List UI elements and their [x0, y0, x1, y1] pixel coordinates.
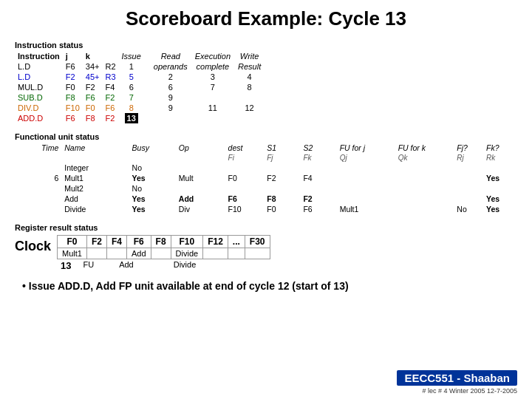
complete-header: complete — [191, 61, 234, 72]
fu-rk — [483, 183, 517, 194]
fu-fi: F0 — [225, 173, 265, 183]
instr-cell: DIV.D — [15, 103, 63, 113]
table-row: 9 — [150, 92, 265, 103]
j-cell: F8 — [63, 92, 83, 103]
write-cell: 8 — [234, 82, 265, 92]
fu-time — [15, 194, 61, 204]
reg-col-f8: F8 — [151, 236, 171, 248]
extra-cell: R3 — [102, 72, 118, 82]
fu-time — [15, 163, 61, 173]
read-cell: 6 — [150, 82, 191, 92]
fu-qk — [395, 194, 454, 204]
fu-qj — [337, 163, 395, 173]
fu-rk: Yes — [483, 173, 517, 183]
fj-sub2: Fj — [264, 153, 300, 163]
table-row: ADD.D F6 F8 F2 13 — [15, 113, 144, 123]
col-instruction: Instruction — [15, 51, 63, 61]
extra-cell: F6 — [102, 103, 118, 113]
instr-cell: SUB.D — [15, 92, 63, 103]
reg-val-f6: Add — [126, 248, 151, 259]
fu-fk — [300, 163, 336, 173]
fj-header: Fj? — [454, 143, 483, 153]
slide-title: Scoreboard Example: Cycle 13 — [15, 7, 517, 30]
fu-qj — [337, 194, 395, 204]
functional-unit-section: Functional unit status Time Name Busy Op… — [15, 129, 517, 214]
op-col-header: Op — [176, 143, 225, 153]
add-label: Add — [119, 260, 134, 271]
fu-op: Mult — [176, 173, 225, 183]
register-result-section: Register result status Clock F0 F2 F4 F6… — [15, 220, 517, 271]
clock-label: Clock — [15, 239, 51, 254]
footer: EECC551 - Shaaban # lec # 4 Winter 2005 … — [397, 370, 517, 395]
instr-cell: L.D — [15, 61, 63, 72]
k-cell: F6 — [83, 92, 103, 103]
j-cell: F2 — [63, 72, 83, 82]
fu-qk — [395, 163, 454, 173]
reg-val-f30 — [245, 248, 270, 259]
write-cell: 4 — [234, 72, 265, 82]
instruction-status-label: Instruction status — [15, 41, 144, 50]
write-header: Write — [234, 51, 265, 61]
j-cell: F6 — [63, 61, 83, 72]
read-cell: 2 — [150, 72, 191, 82]
fu-rj — [454, 194, 483, 204]
extra-cell: F2 — [102, 92, 118, 103]
table-row: 2 3 4 — [150, 72, 265, 82]
fu-busy: No — [129, 163, 176, 173]
fu-qk — [395, 204, 454, 214]
fu-busy: Yes — [129, 194, 176, 204]
exec-header: Execution — [191, 51, 234, 61]
divide-label: Divide — [174, 260, 197, 271]
extra-cell: F4 — [102, 82, 118, 92]
main-content: Instruction status Instruction j k Issue — [15, 38, 517, 292]
reg-val-dots — [228, 248, 245, 259]
fi-sub2: Fi — [225, 153, 265, 163]
reg-sub-row: 13 FU Add Divide — [61, 260, 517, 271]
slide: Scoreboard Example: Cycle 13 Instruction… — [0, 0, 532, 399]
busy-col-header: Busy — [129, 143, 176, 153]
k-cell: F2 — [83, 82, 103, 92]
k-cell: F8 — [83, 113, 103, 123]
table-row: 6 7 8 — [150, 82, 265, 92]
s2-col-header: S2 — [300, 143, 336, 153]
col-extra — [102, 51, 118, 61]
fu-label: Functional unit status — [15, 132, 517, 141]
read-header: Read — [150, 51, 191, 61]
fu-fj — [264, 183, 300, 194]
exec-cell — [191, 92, 234, 103]
reg-col-f10: F10 — [171, 236, 203, 248]
reg-col-f4: F4 — [106, 236, 126, 248]
exec-cell — [191, 115, 234, 116]
k-cell: F0 — [83, 103, 103, 113]
result-header: Result — [234, 61, 265, 72]
fu-for-j-header: FU for j — [337, 143, 395, 153]
j-cell: F0 — [63, 82, 83, 92]
fu-qj — [337, 183, 395, 194]
fu-rk: Yes — [483, 194, 517, 204]
fi-sub — [15, 153, 61, 163]
fu-row: Integer No — [15, 163, 517, 173]
reg-val-f8 — [151, 248, 171, 259]
reg-col-dots: ... — [228, 236, 245, 248]
fu-name: Mult1 — [61, 173, 129, 183]
reg-label: Register result status — [15, 223, 517, 232]
read-cell: 9 — [150, 103, 191, 113]
fu-fk — [300, 183, 336, 194]
bullet-text: • Issue ADD.D, Add FP unit available at … — [22, 280, 517, 292]
fu-rk — [483, 163, 517, 173]
issue-cell: 5 — [119, 72, 144, 82]
j-cell: F10 — [63, 103, 83, 113]
col-issue-header: Issue — [119, 51, 144, 61]
fu-rj — [454, 163, 483, 173]
k-cell: 45+ — [83, 72, 103, 82]
fu-time — [15, 204, 61, 214]
dest-col-header: dest — [225, 143, 265, 153]
s1-col-header: S1 — [264, 143, 300, 153]
fu-op — [176, 183, 225, 194]
k-cell: 34+ — [83, 61, 103, 72]
fu-name: Integer — [61, 163, 129, 173]
read-cell: 9 — [150, 92, 191, 103]
reg-val-f12 — [203, 248, 228, 259]
fu-rj — [454, 173, 483, 183]
instruction-table: Instruction j k Issue L.D F6 34+ R2 — [15, 51, 144, 123]
